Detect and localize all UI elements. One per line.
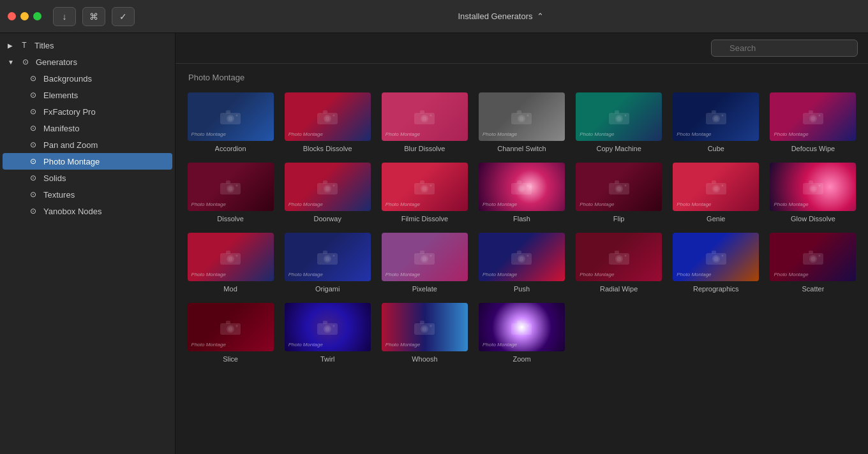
titles-arrow-icon: ▶	[8, 42, 13, 49]
back-button[interactable]: ↓	[53, 7, 76, 26]
svg-point-39	[236, 185, 238, 187]
thumb-text: Photo Montage	[580, 272, 614, 277]
sidebar-item-backgrounds[interactable]: ⊙ Backgrounds	[3, 70, 172, 87]
grid-item[interactable]: Photo Montage Pixelate	[376, 228, 473, 298]
item-label: Radial Wipe	[600, 285, 638, 293]
grid-item[interactable]: Photo Montage Cube	[668, 87, 765, 157]
sidebar-item-textures[interactable]: ⊙ Textures	[3, 186, 172, 203]
svg-rect-3	[226, 110, 230, 113]
thumbnail: Photo Montage	[188, 303, 274, 351]
item-label: Push	[514, 285, 530, 293]
svg-rect-68	[809, 180, 813, 184]
svg-rect-108	[226, 321, 230, 324]
sidebar-item-titles[interactable]: ▶ T Titles	[3, 37, 172, 54]
thumbnail: Photo Montage	[285, 303, 371, 351]
grid-item[interactable]: Photo Montage Channel Switch	[473, 87, 570, 157]
grid-item[interactable]: Photo Montage Radial Wipe	[571, 228, 668, 298]
svg-rect-93	[615, 251, 619, 254]
svg-point-42	[326, 187, 330, 191]
sidebar-generators-label: Generators	[36, 57, 77, 67]
svg-point-24	[624, 115, 626, 117]
sidebar-item-fxfactory[interactable]: ⊙ FxFactory Pro	[3, 103, 172, 120]
grid-item[interactable]: Photo Montage Flip	[571, 157, 668, 228]
grid-item[interactable]: Photo Montage Reprographics	[668, 228, 765, 298]
grid-item[interactable]: Photo Montage Push	[473, 228, 570, 298]
thumb-text: Photo Montage	[483, 342, 517, 348]
close-button[interactable]	[8, 12, 16, 20]
effects-grid: Photo Montage Accordion Photo Montage Bl…	[176, 87, 868, 381]
thumbnail: Photo Montage	[285, 163, 371, 211]
thumbnail: Photo Montage	[382, 92, 468, 141]
minimize-button[interactable]	[20, 12, 29, 20]
check-button[interactable]: ✓	[112, 7, 135, 26]
thumbnail: Photo Montage	[382, 163, 468, 211]
thumbnail: Photo Montage	[770, 92, 856, 141]
thumbnail: Photo Montage	[576, 233, 662, 281]
key-button[interactable]: ⌘	[82, 7, 105, 26]
grid-item[interactable]: Photo Montage Genie	[668, 157, 765, 228]
grid-item[interactable]: Photo Montage Zoom	[473, 298, 570, 368]
svg-rect-33	[809, 110, 813, 113]
grid-item[interactable]: Photo Montage Flash	[473, 157, 570, 228]
svg-point-122	[520, 327, 524, 332]
grid-item[interactable]: Photo Montage Blur Dissolve	[376, 87, 473, 157]
grid-item[interactable]: Photo Montage Dissolve	[182, 157, 279, 228]
sidebar-item-yanobox[interactable]: ⊙ Yanobox Nodes	[3, 203, 172, 219]
svg-rect-43	[323, 180, 327, 184]
svg-rect-13	[420, 110, 424, 113]
grid-item[interactable]: Photo Montage Scatter	[765, 228, 862, 298]
thumb-text: Photo Montage	[774, 272, 808, 277]
sidebar-item-pan-zoom[interactable]: ⊙ Pan and Zoom	[3, 136, 172, 153]
grid-item[interactable]: Photo Montage Copy Machine	[571, 87, 668, 157]
maximize-button[interactable]	[33, 12, 41, 20]
grid-item[interactable]: Photo Montage Blocks Dissolve	[279, 87, 376, 157]
grid-item[interactable]: Photo Montage Accordion	[182, 87, 279, 157]
sidebar-photo-montage-label: Photo Montage	[43, 157, 100, 166]
svg-rect-123	[517, 321, 521, 324]
svg-point-29	[721, 115, 723, 117]
sidebar-backgrounds-label: Backgrounds	[43, 74, 92, 84]
grid-item[interactable]: Photo Montage Glow Dissolve	[765, 157, 862, 228]
sidebar-item-manifesto[interactable]: ⊙ Manifesto	[3, 120, 172, 136]
thumb-text: Photo Montage	[483, 272, 517, 277]
fxfactory-icon: ⊙	[28, 106, 38, 117]
item-label: Flip	[613, 215, 625, 223]
item-label: Channel Switch	[497, 145, 546, 152]
svg-point-107	[228, 327, 233, 332]
svg-rect-48	[420, 180, 424, 184]
grid-item[interactable]: Photo Montage Defocus Wipe	[765, 87, 862, 157]
grid-item[interactable]: Photo Montage Doorway	[279, 157, 376, 228]
svg-point-32	[811, 117, 815, 121]
svg-point-4	[236, 115, 238, 117]
thumbnail: Photo Montage	[382, 233, 468, 281]
sidebar-item-photo-montage[interactable]: ⊙ Photo Montage	[3, 153, 172, 170]
sidebar-item-generators[interactable]: ▼ ⊙ Generators	[3, 54, 172, 70]
thumbnail: Photo Montage	[770, 163, 856, 211]
thumb-text: Photo Montage	[191, 131, 226, 137]
sidebar-item-elements[interactable]: ⊙ Elements	[3, 87, 172, 103]
sidebar-item-solids[interactable]: ⊙ Solids	[3, 170, 172, 186]
svg-point-22	[617, 117, 621, 121]
grid-item[interactable]: Photo Montage Slice	[182, 298, 279, 368]
item-label: Accordion	[215, 145, 246, 152]
item-label: Slice	[223, 355, 238, 363]
item-label: Mod	[223, 285, 237, 293]
grid-item[interactable]: Photo Montage Filmic Dissolve	[376, 157, 473, 228]
grid-item[interactable]: Photo Montage Mod	[182, 228, 279, 298]
grid-item[interactable]: Photo Montage Whoosh	[376, 298, 473, 368]
thumb-text: Photo Montage	[385, 131, 420, 137]
thumb-text: Photo Montage	[288, 342, 323, 348]
svg-point-109	[236, 325, 238, 327]
section-title: Photo Montage	[176, 64, 868, 87]
item-label: Scatter	[802, 285, 824, 293]
generators-icon: ⊙	[20, 57, 31, 67]
sidebar-textures-label: Textures	[43, 190, 75, 200]
thumb-text: Photo Montage	[385, 201, 420, 207]
grid-item[interactable]: Photo Montage Twirl	[279, 298, 376, 368]
svg-point-67	[811, 187, 815, 191]
search-input[interactable]	[711, 40, 858, 57]
grid-item[interactable]: Photo Montage Origami	[279, 228, 376, 298]
svg-point-49	[430, 185, 432, 187]
thumb-text: Photo Montage	[483, 131, 517, 137]
item-label: Blocks Dissolve	[303, 145, 352, 152]
